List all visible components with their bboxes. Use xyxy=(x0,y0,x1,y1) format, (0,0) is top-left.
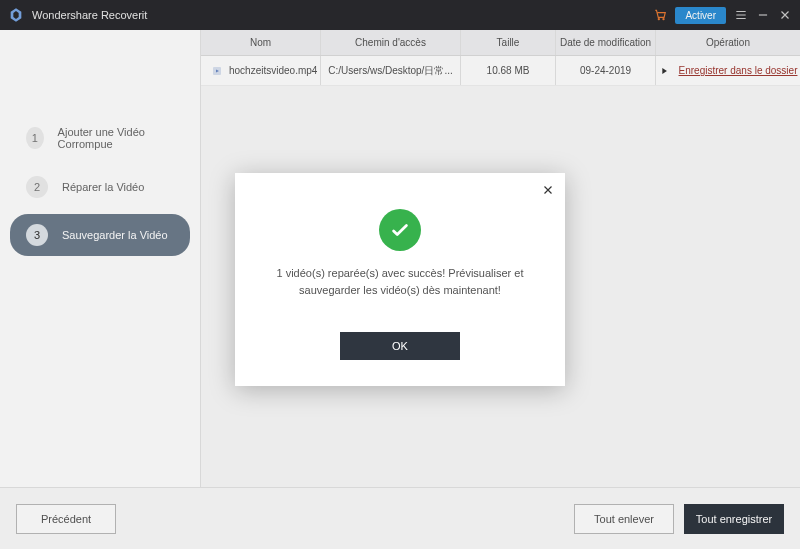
modal-backdrop: 1 vidéo(s) reparée(s) avec succès! Prévi… xyxy=(0,0,800,549)
success-modal: 1 vidéo(s) reparée(s) avec succès! Prévi… xyxy=(235,173,565,386)
check-icon xyxy=(389,219,411,241)
success-circle xyxy=(379,209,421,251)
ok-button[interactable]: OK xyxy=(340,332,460,360)
close-icon[interactable] xyxy=(541,183,555,197)
modal-message: 1 vidéo(s) reparée(s) avec succès! Prévi… xyxy=(255,265,545,298)
